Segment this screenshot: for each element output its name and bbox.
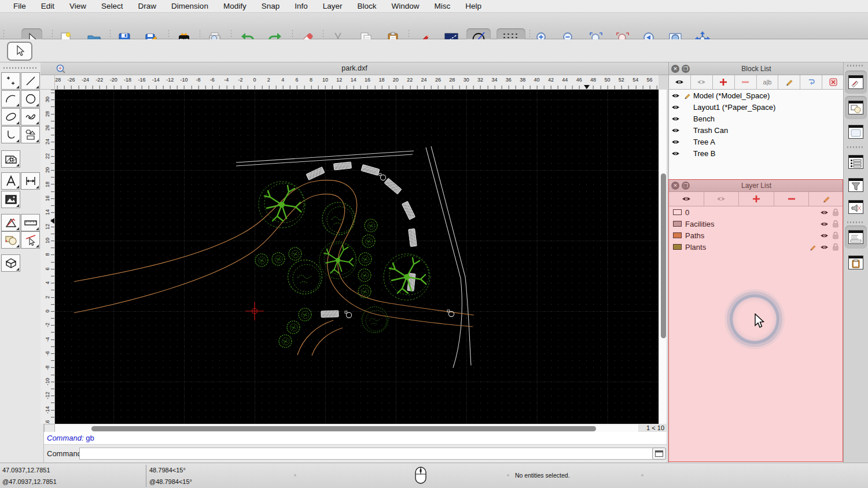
polygon-tool-icon[interactable]	[21, 126, 40, 143]
layer-color-swatch[interactable]	[673, 244, 682, 250]
visibility-eye-icon[interactable]	[671, 127, 680, 134]
layer-color-swatch[interactable]	[673, 232, 682, 238]
edit-layer-icon[interactable]	[809, 192, 844, 206]
block-list-item[interactable]: Model (*Model_Space)	[669, 90, 844, 101]
drawing-canvas[interactable]	[55, 90, 659, 424]
arc-tool-icon[interactable]	[1, 90, 20, 108]
block-list-item[interactable]: Bench	[669, 113, 844, 124]
lock-icon[interactable]	[832, 243, 839, 251]
menu-snap[interactable]: Snap	[254, 2, 288, 10]
text-tool-icon[interactable]	[1, 172, 20, 190]
scrollbar-corner-button[interactable]	[44, 424, 55, 432]
vertical-ruler: 302826242220181614121086420-2-4-6-8-10-1…	[41, 90, 55, 424]
block-list-title: Block List	[669, 65, 844, 73]
block-list-item[interactable]: Layout1 (*Paper_Space)	[669, 101, 844, 113]
line-tool-icon[interactable]	[21, 72, 40, 90]
measure-tool-icon[interactable]	[21, 214, 40, 231]
pen-widget-icon[interactable]	[845, 71, 867, 94]
spline-tool-icon[interactable]	[21, 108, 40, 125]
visibility-eye-icon[interactable]	[820, 232, 829, 239]
menu-dimension[interactable]: Dimension	[164, 2, 216, 10]
menu-layer[interactable]: Layer	[315, 2, 350, 10]
delete-block-icon[interactable]	[822, 75, 844, 89]
block-name: Tree B	[693, 149, 716, 158]
rename-block-icon[interactable]: a|b	[757, 75, 779, 89]
menu-misc[interactable]: Misc	[427, 2, 458, 10]
polyline-tool-icon[interactable]	[1, 126, 20, 143]
points-tool-icon[interactable]	[1, 72, 20, 90]
menu-modify[interactable]: Modify	[216, 2, 254, 10]
window-widget-icon[interactable]	[845, 120, 867, 143]
selection-pointer-icon[interactable]	[7, 42, 32, 61]
menu-block[interactable]: Block	[350, 2, 384, 10]
order-tool-icon[interactable]	[1, 231, 20, 249]
layer-color-swatch[interactable]	[673, 221, 682, 227]
list-widget-icon[interactable]	[845, 150, 867, 173]
command-widget-icon[interactable]	[845, 225, 867, 249]
horizontal-scrollbar[interactable]	[55, 424, 638, 432]
block-list-item[interactable]: Trash Can	[669, 124, 844, 136]
layer-list-item[interactable]: 0	[669, 206, 844, 218]
ellipse-tool-icon[interactable]	[1, 108, 20, 125]
menu-window[interactable]: Window	[384, 2, 427, 10]
show-all-layers-icon[interactable]	[669, 192, 704, 206]
visibility-eye-icon[interactable]	[671, 93, 680, 99]
visibility-eye-icon[interactable]	[820, 244, 829, 250]
main-toolbar: SVG	[0, 13, 868, 39]
show-all-blocks-icon[interactable]	[669, 75, 691, 89]
menu-view[interactable]: View	[62, 2, 94, 10]
menu-edit[interactable]: Edit	[34, 2, 62, 10]
detach-command-widget-button[interactable]	[652, 448, 666, 460]
menu-draw[interactable]: Draw	[131, 2, 164, 10]
dimension-tool-icon[interactable]	[21, 172, 40, 190]
lock-icon[interactable]	[832, 220, 839, 228]
filter-widget-icon[interactable]	[845, 173, 867, 197]
wall-widget-icon[interactable]	[845, 195, 867, 219]
visibility-eye-icon[interactable]	[671, 139, 680, 145]
hide-all-layers-icon[interactable]	[704, 192, 740, 206]
menu-help[interactable]: Help	[458, 2, 489, 10]
relative-polar: @48.7984<15°	[149, 478, 192, 485]
edit-pencil-icon[interactable]	[683, 92, 691, 99]
layer-list-item[interactable]: Plants	[669, 241, 844, 253]
drafting-tools-icon[interactable]	[1, 214, 20, 231]
command-input[interactable]	[79, 448, 658, 460]
remove-block-icon[interactable]	[735, 75, 757, 89]
circle-tool-icon[interactable]	[21, 90, 40, 108]
absolute-polar: 48.7984<15°	[149, 467, 186, 474]
solid-3d-tool-icon[interactable]	[1, 254, 20, 272]
clipboard-widget-icon[interactable]	[845, 251, 867, 274]
layer-list-panel: ✕ ❐ Layer List 0FacilitiesPathsPlants	[669, 179, 844, 463]
menu-select[interactable]: Select	[94, 2, 131, 10]
edit-pencil-icon[interactable]	[809, 243, 816, 251]
lock-icon[interactable]	[832, 208, 839, 216]
visibility-eye-icon[interactable]	[671, 116, 680, 122]
horizontal-scrollbar-thumb[interactable]	[91, 426, 596, 431]
block-list-item[interactable]: Tree B	[669, 147, 844, 159]
insert-block-icon[interactable]	[800, 75, 822, 89]
image-tool-icon[interactable]	[1, 191, 20, 208]
vertical-scrollbar[interactable]	[659, 90, 667, 424]
remove-layer-icon[interactable]	[774, 192, 810, 206]
edit-block-icon[interactable]	[778, 75, 800, 89]
block-list-item[interactable]: Tree A	[669, 136, 844, 147]
visibility-eye-icon[interactable]	[820, 209, 829, 216]
visibility-eye-icon[interactable]	[671, 104, 680, 110]
vertical-scrollbar-thumb[interactable]	[661, 173, 666, 338]
select-entity-tool-icon[interactable]	[21, 231, 40, 249]
shapes-widget-icon[interactable]	[845, 96, 867, 119]
menu-file[interactable]: File	[6, 2, 34, 10]
layer-color-swatch[interactable]	[673, 209, 682, 215]
document-titlebar: park.dxf	[41, 62, 668, 75]
add-layer-icon[interactable]	[739, 192, 774, 206]
lock-icon[interactable]	[832, 231, 839, 239]
add-block-icon[interactable]	[713, 75, 735, 89]
layer-list-item[interactable]: Facilities	[669, 218, 844, 230]
visibility-eye-icon[interactable]	[820, 221, 829, 227]
menu-info[interactable]: Info	[287, 2, 315, 10]
visibility-eye-icon[interactable]	[671, 150, 680, 157]
layer-list-item[interactable]: Paths	[669, 230, 844, 241]
status-separator	[146, 465, 146, 487]
hide-all-blocks-icon[interactable]	[691, 75, 713, 89]
hatch-tool-icon[interactable]	[1, 150, 20, 168]
